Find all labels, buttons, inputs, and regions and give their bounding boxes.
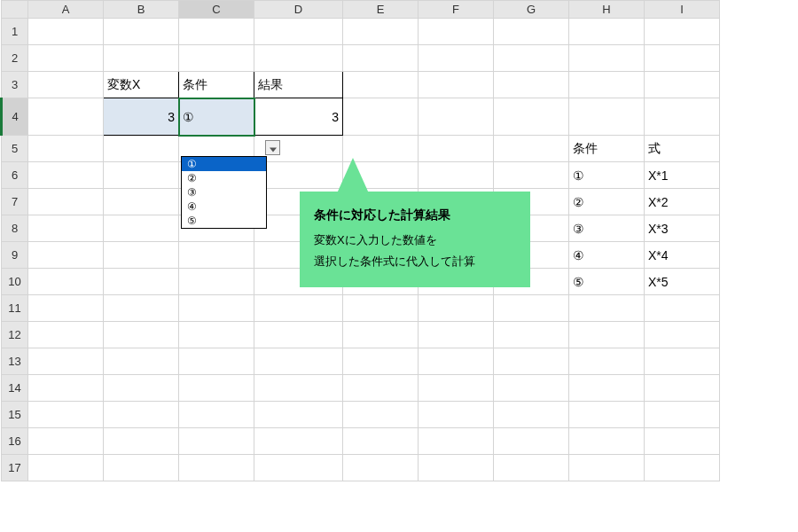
cell-F13[interactable] [419,348,494,375]
cell-E14[interactable] [343,375,419,402]
cell-C15[interactable] [179,402,254,428]
row-header-15[interactable]: 15 [2,402,28,428]
cell-I17[interactable] [645,455,720,481]
cell-H7[interactable]: ② [569,189,645,215]
cell-G15[interactable] [494,402,569,428]
cell-B10[interactable] [104,269,179,295]
row-header-9[interactable]: 9 [2,242,28,269]
cell-B14[interactable] [104,375,179,402]
cell-I1[interactable] [645,19,720,45]
cell-H2[interactable] [569,45,645,72]
cell-H1[interactable] [569,19,645,45]
cell-A15[interactable] [28,402,104,428]
dropdown-list[interactable]: ① ② ③ ④ ⑤ [181,156,267,229]
cell-A16[interactable] [28,428,104,455]
cell-A3[interactable] [28,72,104,98]
cell-F4[interactable] [419,98,494,136]
cell-C17[interactable] [179,455,254,481]
cell-G11[interactable] [494,295,569,322]
cell-E1[interactable] [343,19,419,45]
dropdown-button[interactable] [265,140,280,155]
cell-D1[interactable] [254,19,343,45]
cell-B16[interactable] [104,428,179,455]
cell-G14[interactable] [494,375,569,402]
cell-I8[interactable]: X*3 [645,215,720,242]
cell-B3[interactable]: 変数X [104,72,179,98]
cell-G1[interactable] [494,19,569,45]
cell-D4[interactable]: 3 [254,98,343,136]
cell-B12[interactable] [104,322,179,348]
cell-B17[interactable] [104,455,179,481]
col-header-F[interactable]: F [419,1,494,19]
cell-H4[interactable] [569,98,645,136]
row-header-14[interactable]: 14 [2,375,28,402]
cell-I15[interactable] [645,402,720,428]
callout-box[interactable]: 条件に対応した計算結果 変数Xに入力した数値を 選択した条件式に代入して計算 [300,192,530,287]
cell-E3[interactable] [343,72,419,98]
cell-F15[interactable] [419,402,494,428]
row-header-8[interactable]: 8 [2,215,28,242]
cell-A7[interactable] [28,189,104,215]
row-header-16[interactable]: 16 [2,428,28,455]
cell-I3[interactable] [645,72,720,98]
cell-E17[interactable] [343,455,419,481]
col-header-D[interactable]: D [254,1,343,19]
row-header-3[interactable]: 3 [2,72,28,98]
cell-D15[interactable] [254,402,343,428]
cell-C9[interactable] [179,242,254,269]
row-header-6[interactable]: 6 [2,162,28,189]
cell-A14[interactable] [28,375,104,402]
cell-C16[interactable] [179,428,254,455]
cell-H9[interactable]: ④ [569,242,645,269]
cell-F5[interactable] [419,136,494,162]
cell-G13[interactable] [494,348,569,375]
cell-A13[interactable] [28,348,104,375]
cell-F6[interactable] [419,162,494,189]
cell-E4[interactable] [343,98,419,136]
cell-G17[interactable] [494,455,569,481]
cell-H15[interactable] [569,402,645,428]
cell-A6[interactable] [28,162,104,189]
cell-H14[interactable] [569,375,645,402]
cell-H6[interactable]: ① [569,162,645,189]
cell-B5[interactable] [104,136,179,162]
cell-D16[interactable] [254,428,343,455]
cell-D13[interactable] [254,348,343,375]
cell-C13[interactable] [179,348,254,375]
cell-B11[interactable] [104,295,179,322]
cell-I14[interactable] [645,375,720,402]
cell-F17[interactable] [419,455,494,481]
dropdown-option-1[interactable]: ① [182,157,266,171]
row-header-1[interactable]: 1 [2,19,28,45]
dropdown-option-4[interactable]: ④ [182,200,266,214]
cell-H13[interactable] [569,348,645,375]
cell-I4[interactable] [645,98,720,136]
cell-I10[interactable]: X*5 [645,269,720,295]
cell-B1[interactable] [104,19,179,45]
cell-A4[interactable] [28,98,104,136]
cell-E13[interactable] [343,348,419,375]
cell-C11[interactable] [179,295,254,322]
cell-C10[interactable] [179,269,254,295]
row-header-13[interactable]: 13 [2,348,28,375]
col-header-C[interactable]: C [179,1,254,19]
cell-A8[interactable] [28,215,104,242]
cell-B2[interactable] [104,45,179,72]
cell-E11[interactable] [343,295,419,322]
cell-F12[interactable] [419,322,494,348]
cell-D3[interactable]: 結果 [254,72,343,98]
dropdown-option-5[interactable]: ⑤ [182,214,266,228]
cell-B4[interactable]: 3 [104,98,179,136]
cell-G3[interactable] [494,72,569,98]
cell-C14[interactable] [179,375,254,402]
cell-F3[interactable] [419,72,494,98]
cell-B6[interactable] [104,162,179,189]
cell-I16[interactable] [645,428,720,455]
row-header-12[interactable]: 12 [2,322,28,348]
cell-C1[interactable] [179,19,254,45]
cell-A1[interactable] [28,19,104,45]
cell-E15[interactable] [343,402,419,428]
cell-C4[interactable]: ① [179,98,254,136]
cell-G6[interactable] [494,162,569,189]
cell-B7[interactable] [104,189,179,215]
